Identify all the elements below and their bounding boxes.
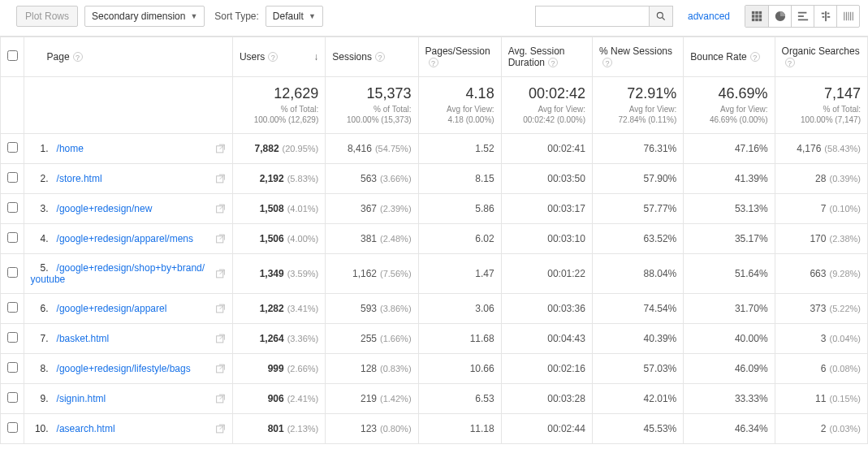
external-link-icon[interactable] xyxy=(215,424,226,434)
view-pie-icon[interactable] xyxy=(768,6,791,27)
col-pages-session[interactable]: Pages/Session? xyxy=(418,37,501,77)
data-table: Page? Users?↓ Sessions? Pages/Session? A… xyxy=(0,37,868,444)
summary-sessions: 15,373% of Total:100.00% (15,373) xyxy=(326,77,418,134)
select-all-header[interactable] xyxy=(1,37,24,77)
col-page[interactable]: Page? xyxy=(24,37,232,77)
view-comparison-icon[interactable] xyxy=(814,6,836,27)
table-row: 8./google+redesign/lifestyle/bags999(2.6… xyxy=(1,354,868,384)
help-icon[interactable]: ? xyxy=(268,52,278,62)
secondary-dimension-label: Secondary dimension xyxy=(92,11,185,22)
page-cell[interactable]: 8./google+redesign/lifestyle/bags xyxy=(24,354,232,384)
col-new-sessions[interactable]: % New Sessions? xyxy=(592,37,683,77)
bounce-cell: 46.09% xyxy=(684,354,775,384)
external-link-icon[interactable] xyxy=(215,204,226,214)
pps-cell: 10.66 xyxy=(418,354,501,384)
help-icon[interactable]: ? xyxy=(73,52,83,62)
users-cell: 1,506(4.00%) xyxy=(232,224,325,254)
row-checkbox[interactable] xyxy=(7,172,18,183)
help-icon[interactable]: ? xyxy=(785,58,795,67)
help-icon[interactable]: ? xyxy=(750,52,760,62)
external-link-icon[interactable] xyxy=(215,174,226,184)
page-path: /asearch.html xyxy=(57,423,115,434)
organic-cell: 663(9.28%) xyxy=(775,254,867,294)
organic-cell: 170(2.38%) xyxy=(775,224,867,254)
help-icon[interactable]: ? xyxy=(548,58,558,67)
new-sessions-cell: 40.39% xyxy=(592,324,683,354)
row-checkbox-cell xyxy=(1,164,24,194)
row-checkbox[interactable] xyxy=(7,332,18,343)
page-cell[interactable]: 3./google+redesign/new xyxy=(24,194,232,224)
external-link-icon[interactable] xyxy=(215,234,226,244)
search-button[interactable] xyxy=(649,6,673,27)
row-index: 8. xyxy=(31,363,49,374)
sessions-cell: 367(2.39%) xyxy=(326,194,418,224)
pps-cell: 1.52 xyxy=(418,134,501,164)
external-link-icon[interactable] xyxy=(215,364,226,374)
table-row: 5./google+redesign/shop+by+brand/youtube… xyxy=(1,254,868,294)
users-cell: 1,282(3.41%) xyxy=(232,294,325,324)
row-checkbox[interactable] xyxy=(7,232,18,243)
page-cell[interactable]: 4./google+redesign/apparel/mens xyxy=(24,224,232,254)
page-cell[interactable]: 1./home xyxy=(24,134,232,164)
help-icon[interactable]: ? xyxy=(602,58,612,67)
page-cell[interactable]: 5./google+redesign/shop+by+brand/youtube xyxy=(24,254,232,294)
search-input[interactable] xyxy=(535,6,649,27)
users-cell: 1,508(4.01%) xyxy=(232,194,325,224)
sort-type-dropdown[interactable]: Default ▼ xyxy=(266,6,323,27)
row-checkbox[interactable] xyxy=(7,422,18,433)
new-sessions-cell: 45.53% xyxy=(592,414,683,444)
table-row: 9./signin.html906(2.41%)219(1.42%)6.5300… xyxy=(1,384,868,414)
row-index: 10. xyxy=(31,423,49,434)
svg-rect-14 xyxy=(825,11,827,21)
view-bar-icon[interactable] xyxy=(791,6,814,27)
bounce-cell: 51.64% xyxy=(684,254,775,294)
caret-down-icon: ▼ xyxy=(309,12,316,20)
help-icon[interactable]: ? xyxy=(429,58,438,67)
page-cell[interactable]: 2./store.html xyxy=(24,164,232,194)
advanced-link[interactable]: advanced xyxy=(688,11,730,22)
page-cell[interactable]: 6./google+redesign/apparel xyxy=(24,294,232,324)
external-link-icon[interactable] xyxy=(215,144,226,154)
view-table-icon[interactable] xyxy=(745,6,768,27)
col-avg-duration[interactable]: Avg. Session Duration? xyxy=(501,37,592,77)
row-checkbox-cell xyxy=(1,134,24,164)
external-link-icon[interactable] xyxy=(215,304,226,314)
col-bounce-rate[interactable]: Bounce Rate? xyxy=(684,37,775,77)
duration-cell: 00:03:17 xyxy=(501,194,592,224)
sessions-cell: 255(1.66%) xyxy=(326,324,418,354)
row-index: 2. xyxy=(31,173,49,184)
row-checkbox-cell xyxy=(1,324,24,354)
users-cell: 999(2.66%) xyxy=(232,354,325,384)
sessions-cell: 8,416(54.75%) xyxy=(326,134,418,164)
organic-cell: 7(0.10%) xyxy=(775,194,867,224)
col-users[interactable]: Users?↓ xyxy=(232,37,325,77)
secondary-dimension-dropdown[interactable]: Secondary dimension ▼ xyxy=(84,6,205,27)
row-checkbox[interactable] xyxy=(7,392,18,403)
external-link-icon[interactable] xyxy=(215,394,226,404)
page-cell[interactable]: 10./asearch.html xyxy=(24,414,232,444)
svg-rect-8 xyxy=(752,19,755,22)
pps-cell: 11.68 xyxy=(418,324,501,354)
pps-cell: 11.18 xyxy=(418,414,501,444)
row-checkbox[interactable] xyxy=(7,302,18,313)
view-pivot-icon[interactable] xyxy=(836,6,859,27)
row-checkbox[interactable] xyxy=(7,362,18,373)
duration-cell: 00:02:41 xyxy=(501,134,592,164)
duration-cell: 00:01:22 xyxy=(501,254,592,294)
organic-cell: 3(0.04%) xyxy=(775,324,867,354)
users-cell: 906(2.41%) xyxy=(232,384,325,414)
external-link-icon[interactable] xyxy=(215,334,226,344)
row-checkbox[interactable] xyxy=(7,202,18,213)
select-all-checkbox[interactable] xyxy=(7,50,18,61)
page-cell[interactable]: 9./signin.html xyxy=(24,384,232,414)
row-checkbox[interactable] xyxy=(7,267,18,278)
users-cell: 7,882(20.95%) xyxy=(232,134,325,164)
bounce-cell: 35.17% xyxy=(684,224,775,254)
help-icon[interactable]: ? xyxy=(375,52,385,62)
external-link-icon[interactable] xyxy=(215,269,226,279)
row-checkbox[interactable] xyxy=(7,142,18,153)
sort-desc-icon: ↓ xyxy=(313,51,318,63)
col-sessions[interactable]: Sessions? xyxy=(326,37,418,77)
col-organic[interactable]: Organic Searches? xyxy=(775,37,867,77)
page-cell[interactable]: 7./basket.html xyxy=(24,324,232,354)
